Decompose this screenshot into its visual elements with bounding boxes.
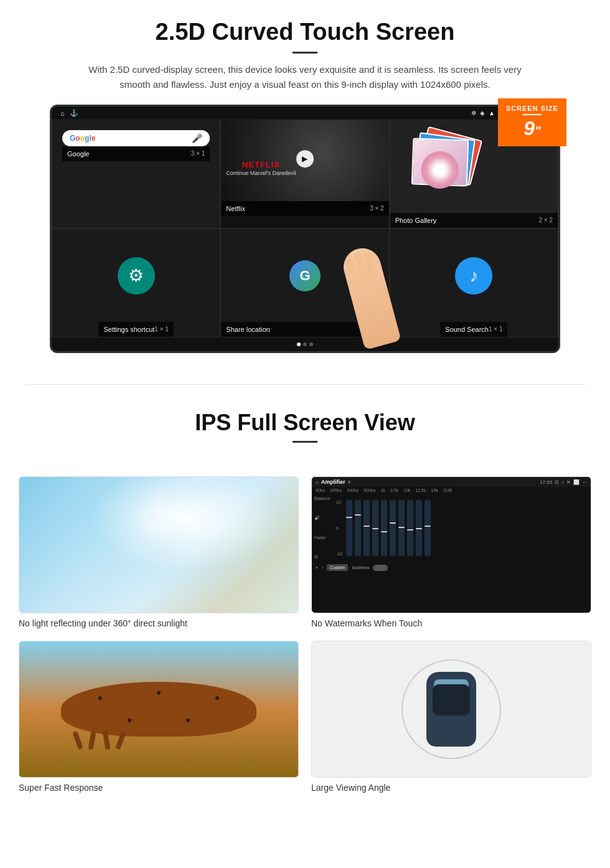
sunlight-caption: No light reflecting under 360° direct su… [19, 618, 299, 628]
location-icon: ◈ [480, 110, 485, 116]
car-image: › [311, 641, 591, 778]
section-divider-line [25, 384, 585, 385]
feature-car: › Large Viewing Angle [311, 641, 591, 793]
amp-x-icon: ✕ [566, 479, 571, 485]
badge-size: 9" [503, 117, 561, 140]
amp-menu-icon: ≡ [348, 479, 351, 485]
section-ips: IPS Full Screen View [0, 403, 610, 464]
status-bar: ⌂ ⚓ ✲ ◈ ▲ 15:06 ⊡ ♪ ⊠ ⬜ [52, 106, 558, 120]
bluetooth-icon: ✲ [471, 110, 476, 116]
eq-scale: 10 0 -10 [336, 500, 342, 556]
google-label: Google 3 × 1 [62, 146, 210, 161]
photo-stack [409, 133, 484, 195]
badge-divider [523, 114, 542, 115]
feature-amplifier: ⌂ Amplifier ≡ 17:33 ⊡ ♪ ✕ ⬜ ← 60hz100hz2… [311, 476, 591, 628]
amp-top-bar: ⌂ Amplifier ≡ 17:33 ⊡ ♪ ✕ ⬜ ← [312, 477, 591, 487]
play-button[interactable]: ▶ [296, 150, 314, 167]
wifi-icon: ▲ [489, 110, 495, 116]
feature-sunlight: No light reflecting under 360° direct su… [19, 476, 299, 628]
sunlight-visual [19, 477, 298, 613]
section1-title: 2.5D Curved Touch Screen [37, 19, 573, 45]
eq-bar-1[interactable] [346, 500, 352, 556]
eq-side-labels: Balance 🔊 Fader ⚙ [312, 494, 334, 562]
section1-description: With 2.5D curved-display screen, this de… [87, 62, 523, 92]
dot-2[interactable] [303, 342, 307, 346]
hand-illustration [333, 229, 408, 353]
eq-bar-7[interactable] [398, 500, 405, 556]
maps-icon: G [289, 260, 321, 291]
gear-icon: ⚙ [128, 265, 144, 286]
eq-bar-8[interactable] [407, 500, 413, 556]
eq-freq-labels: 60hz100hz200hz500hz1k2.5k10k12.5k15kSUB [312, 487, 591, 494]
amplifier-caption: No Watermarks When Touch [311, 618, 591, 628]
home-icon[interactable]: ⌂ [60, 110, 65, 117]
sunlight-image [19, 476, 299, 613]
device-container: Screen Size 9" ⌂ ⚓ ✲ ◈ ▲ 15:06 ⊡ ♪ [50, 105, 560, 353]
app-cell-share-location[interactable]: G Share location 1 × 1 [220, 229, 389, 337]
eq-bar-4[interactable] [372, 500, 378, 556]
cheetah-legs [75, 731, 123, 750]
badge-label: Screen Size [503, 105, 561, 112]
section2-divider [293, 441, 317, 443]
app-cell-sound-search[interactable]: ♪ Sound Search 1 × 1 [390, 229, 558, 337]
cheetah-caption: Super Fast Response [19, 783, 299, 793]
eq-bar-5[interactable] [381, 500, 387, 556]
app-cell-google[interactable]: Google 🎤 Google 3 × 1 [52, 120, 220, 229]
usb-icon: ⚓ [70, 109, 78, 117]
photo-gallery-label: Photo Gallery 2 × 2 [390, 213, 558, 228]
app-grid-row1: Google 🎤 Google 3 × 1 ▶ [52, 120, 558, 229]
eq-bars-container: 10 0 -10 [334, 494, 591, 562]
eq-bar-6[interactable] [390, 500, 396, 556]
section2-title: IPS Full Screen View [37, 410, 573, 436]
dot-1[interactable] [297, 342, 301, 346]
app-cell-settings[interactable]: ⚙ Settings shortcut 1 × 1 [52, 229, 220, 337]
cheetah-visual [19, 641, 298, 777]
eq-bar-sub[interactable] [425, 500, 431, 556]
netflix-brand: NETFLIX [226, 160, 296, 169]
settings-label: Settings shortcut 1 × 1 [98, 322, 173, 337]
amp-bottom-bar: « ‹ Custom loudness [312, 562, 591, 573]
car-caption: Large Viewing Angle [311, 783, 591, 793]
microphone-icon[interactable]: 🎤 [192, 133, 202, 143]
title-divider [293, 52, 317, 54]
status-left: ⌂ ⚓ [60, 109, 78, 117]
app-cell-netflix[interactable]: ▶ NETFLIX Continue Marvel's Daredevil Ne… [220, 120, 389, 229]
pagination-dots [52, 337, 558, 351]
custom-button[interactable]: Custom [327, 564, 348, 571]
google-search-bar[interactable]: Google 🎤 [62, 130, 210, 146]
amp-home-icon: ⌂ [316, 479, 319, 485]
app-grid-row2: ⚙ Settings shortcut 1 × 1 G [52, 229, 558, 337]
amp-back-nav[interactable]: « [316, 565, 318, 570]
amp-toggle[interactable] [373, 565, 388, 571]
google-logo: Google [70, 134, 95, 143]
amp-loudness-label: loudness [352, 565, 369, 570]
cheetah-image [19, 641, 299, 778]
amplifier-visual: ⌂ Amplifier ≡ 17:33 ⊡ ♪ ✕ ⬜ ← 60hz100hz2… [312, 477, 591, 613]
amp-time: 17:33 [540, 479, 552, 485]
amp-back-icon: ← [582, 479, 587, 485]
netflix-label-bar: NETFLIX Continue Marvel's Daredevil [226, 160, 296, 176]
eq-side-icon: ⚙ [314, 555, 331, 560]
settings-icon-wrap: ⚙ [118, 257, 155, 295]
eq-main-area: Balance 🔊 Fader ⚙ 10 0 -10 [312, 494, 591, 562]
car-visual: › [312, 641, 591, 777]
sound-search-label: Sound Search 1 × 1 [440, 322, 507, 337]
amp-cam-icon: ⊡ [555, 479, 559, 485]
amp-win-icon: ⬜ [573, 479, 580, 485]
flower-photo [420, 151, 459, 189]
music-note-icon: ♪ [455, 257, 492, 295]
eq-bar-9[interactable] [416, 500, 422, 556]
car-circle: › [401, 659, 501, 759]
car-arrow-icon: › [489, 675, 492, 686]
section-curved-screen: 2.5D Curved Touch Screen With 2.5D curve… [0, 0, 610, 366]
eq-bar-2[interactable] [355, 500, 361, 556]
dot-3[interactable] [309, 342, 313, 346]
device-frame: ⌂ ⚓ ✲ ◈ ▲ 15:06 ⊡ ♪ ⊠ ⬜ [50, 105, 560, 353]
netflix-label: Netflix 3 × 2 [221, 201, 388, 216]
photo-card-3 [411, 138, 469, 186]
eq-bar-3[interactable] [364, 500, 370, 556]
screen-size-badge: Screen Size 9" [498, 98, 566, 146]
amplifier-image: ⌂ Amplifier ≡ 17:33 ⊡ ♪ ✕ ⬜ ← 60hz100hz2… [311, 476, 591, 613]
amp-forward-nav[interactable]: ‹ [322, 565, 323, 570]
eq-bars [346, 500, 588, 556]
